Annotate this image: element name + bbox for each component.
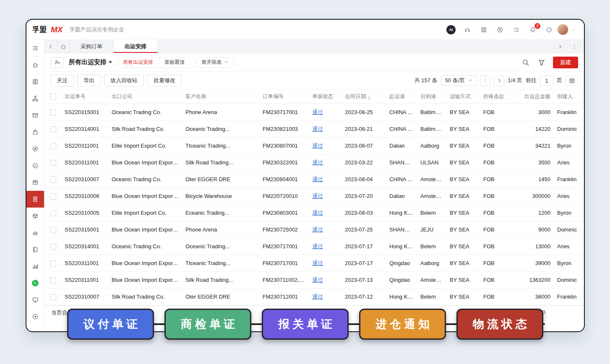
status-link[interactable]: 通过	[312, 210, 323, 216]
status-link[interactable]: 通过	[312, 126, 323, 132]
row-checkbox[interactable]	[50, 109, 56, 116]
row-checkbox[interactable]	[50, 277, 56, 283]
column-header-创建人[interactable]: 创建人	[554, 90, 584, 104]
search-icon[interactable]	[521, 58, 530, 67]
table-row[interactable]: SS220311001Blue Ocean Import Export Co.S…	[44, 272, 584, 289]
sidebar-item-panel-toggle[interactable]	[26, 40, 44, 57]
view-selector[interactable]: 所有出运安排	[69, 58, 112, 66]
segment-星标置顶[interactable]: 星标置顶	[159, 57, 190, 68]
bell-icon[interactable]: 7	[528, 25, 537, 34]
sidebar-item-home[interactable]	[26, 57, 44, 73]
status-link[interactable]: 通过	[312, 226, 323, 233]
column-settings-icon[interactable]	[566, 75, 578, 86]
assignee-filter-icon[interactable]	[50, 57, 64, 68]
column-header-起运港[interactable]: 起运港	[386, 90, 417, 104]
sidebar-item-ship[interactable]	[26, 224, 44, 241]
sidebar-item-parcel[interactable]: $	[26, 174, 44, 191]
row-checkbox[interactable]	[50, 210, 56, 216]
segment-所有出运安排[interactable]: 所有出运安排	[117, 57, 159, 68]
status-link[interactable]: 通过	[312, 260, 323, 266]
sidebar-item-contacts[interactable]	[26, 73, 44, 90]
tab-采购订单[interactable]: 采购订单	[70, 40, 114, 53]
row-checkbox[interactable]	[50, 260, 56, 267]
ai-badge-icon[interactable]: AI	[446, 25, 456, 34]
sidebar-item-shopping-bag[interactable]	[26, 124, 44, 140]
status-link[interactable]: 通过	[312, 176, 323, 182]
column-header-出运总金额[interactable]: 出运总金额	[510, 90, 554, 104]
help-icon[interactable]: ?	[545, 25, 554, 34]
sidebar-item-mail[interactable]	[26, 107, 44, 124]
app-grid-icon[interactable]	[479, 25, 488, 34]
tabs-more-kebab-icon[interactable]	[568, 43, 581, 50]
avatar-chevron-down-icon[interactable]	[572, 26, 576, 34]
sort-icons[interactable]	[368, 96, 370, 100]
flow-button-报关单证[interactable]: 报关单证	[262, 309, 349, 340]
filter-funnel-icon[interactable]	[537, 58, 546, 67]
column-header-出口公司[interactable]: 出口公司	[108, 90, 182, 104]
row-checkbox[interactable]	[50, 193, 56, 200]
task-list-icon[interactable]	[512, 25, 521, 34]
sidebar-item-org-tree[interactable]	[26, 90, 44, 107]
flow-button-议付单证[interactable]: 议付单证	[67, 309, 154, 340]
action-button-导出[interactable]: 导出	[77, 75, 101, 86]
status-link[interactable]: 通过	[312, 143, 323, 149]
row-checkbox[interactable]	[50, 177, 56, 183]
action-button-关注[interactable]: 关注	[50, 75, 74, 86]
user-avatar[interactable]	[557, 24, 568, 35]
row-checkbox[interactable]	[50, 126, 56, 133]
table-row[interactable]: SS220310007Silk Road Trading Co.Oter EGG…	[44, 289, 584, 305]
column-header-价格条款[interactable]: 价格条款	[480, 90, 510, 104]
row-checkbox[interactable]	[50, 244, 56, 250]
new-button[interactable]: 新建	[553, 57, 578, 68]
page-size-select[interactable]: 50 条/页	[441, 75, 477, 86]
status-link[interactable]: 通过	[312, 243, 323, 250]
sidebar-item-shipment-doc[interactable]	[26, 191, 44, 208]
status-link[interactable]: 通过	[312, 159, 323, 166]
status-link[interactable]: 通过	[312, 277, 323, 283]
select-all-checkbox[interactable]	[50, 94, 56, 100]
sidebar-item-notebook[interactable]	[26, 241, 44, 258]
flow-button-进仓通知[interactable]: 进仓通知	[359, 309, 446, 340]
row-checkbox[interactable]	[50, 227, 56, 233]
column-header-出运单号[interactable]: 出运单号	[61, 90, 108, 104]
sidebar-item-compass[interactable]	[26, 140, 44, 157]
table-row[interactable]: SS220311001Blue Ocean Import Export Co.S…	[44, 154, 584, 171]
table-row[interactable]: SS220310005Elite Import Export Co.Eceani…	[44, 205, 584, 221]
status-link[interactable]: 通过	[312, 294, 323, 300]
tabs-home-icon[interactable]	[57, 40, 70, 53]
sidebar-item-badge-a[interactable]: A	[26, 157, 44, 174]
table-row[interactable]: SS220311001Blue Ocean Import Export Co.T…	[44, 255, 584, 272]
table-row[interactable]: SS220315001Oceanic Trading Co.Phone Aren…	[44, 104, 584, 121]
sidebar-item-package-box[interactable]	[26, 208, 44, 224]
table-row[interactable]: SS220315001Blue Ocean Import Export Co.P…	[44, 221, 584, 238]
prev-page-button[interactable]	[480, 75, 490, 86]
flow-button-物流状态[interactable]: 物流状态	[456, 309, 543, 340]
tab-出运安排[interactable]: 出运安排	[114, 40, 158, 53]
tabs-forward-chevron-icon[interactable]	[554, 43, 566, 50]
status-link[interactable]: 通过	[312, 109, 323, 115]
column-header-合同日期[interactable]: 合同日期	[341, 90, 386, 104]
row-checkbox[interactable]	[50, 294, 56, 300]
table-row[interactable]: SS220311001Elite Import Export Co.Ttcean…	[44, 138, 584, 154]
expand-filter-button[interactable]: 展开筛选	[196, 57, 235, 68]
goto-page-input[interactable]	[540, 75, 553, 86]
table-row[interactable]: SS220314001Silk Road Trading Co.Oceanic …	[44, 121, 584, 138]
row-checkbox[interactable]	[50, 143, 56, 149]
table-row[interactable]: SS220314001Oceanic Trading Co.Oceanic Tr…	[44, 238, 584, 255]
action-button-批量修改[interactable]: 批量修改	[147, 75, 182, 86]
column-header-订单编号[interactable]: 订单编号	[259, 90, 309, 104]
table-row[interactable]: SS220310006Blue Ocean Import Export Co.B…	[44, 188, 584, 205]
row-checkbox[interactable]	[50, 160, 56, 166]
column-header-单据状态[interactable]: 单据状态	[309, 90, 341, 104]
column-header-目的港[interactable]: 目的港	[417, 90, 446, 104]
sidebar-item-whatsapp-green[interactable]	[26, 275, 44, 291]
column-header-客户名称[interactable]: 客户名称	[182, 90, 259, 104]
status-link[interactable]: 通过	[312, 193, 323, 199]
sidebar-item-bar-chart[interactable]	[26, 258, 44, 275]
tabs-back-chevron-icon[interactable]	[44, 40, 57, 53]
table-row[interactable]: SS220310007Oceanic Trading Co.Oter EGGER…	[44, 171, 584, 188]
action-button-放入回收站[interactable]: 放入回收站	[104, 75, 144, 86]
headset-icon[interactable]	[463, 25, 472, 34]
whatsapp-outline-icon[interactable]	[495, 25, 505, 34]
flow-button-商检单证[interactable]: 商检单证	[164, 309, 251, 340]
